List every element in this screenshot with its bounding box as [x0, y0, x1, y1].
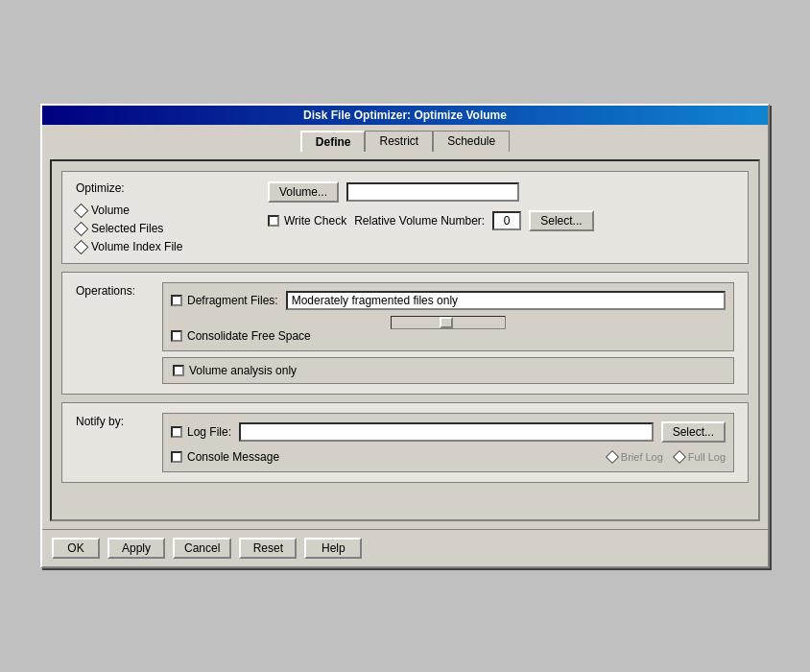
- cancel-button[interactable]: Cancel: [173, 538, 231, 559]
- log-row: Log File: Select...: [171, 421, 726, 443]
- checkbox-defragment: [171, 295, 182, 306]
- notify-section: Notify by: Log File: Select...: [61, 402, 749, 483]
- diamond-radio-volume: [74, 203, 89, 218]
- log-file-checkbox[interactable]: Log File:: [171, 425, 231, 439]
- write-check-row: Write Check Relative Volume Number: Sele…: [268, 210, 734, 231]
- volume-analysis-box[interactable]: Volume analysis only: [162, 357, 734, 384]
- defragment-row: Defragment Files:: [171, 291, 726, 310]
- operations-label: Operations:: [76, 282, 153, 384]
- log-select-button[interactable]: Select...: [661, 421, 726, 443]
- volume-input[interactable]: [346, 182, 519, 202]
- write-check-checkbox[interactable]: Write Check: [268, 214, 346, 228]
- rvn-select-button[interactable]: Select...: [529, 210, 593, 231]
- console-row: Console Message Brief Log F: [171, 450, 726, 464]
- radio-volume[interactable]: Volume: [76, 204, 249, 217]
- empty-area: [61, 491, 749, 510]
- optimize-left: Optimize: Volume Selected Files Volume I…: [76, 181, 249, 253]
- optimize-section: Optimize: Volume Selected Files Volume I…: [61, 171, 749, 264]
- checkbox-console: [171, 451, 182, 463]
- slider-container: [171, 316, 726, 329]
- volume-button[interactable]: Volume...: [268, 181, 339, 203]
- diamond-full-log: [673, 450, 686, 464]
- rvn-label: Relative Volume Number:: [354, 214, 485, 228]
- button-bar: OK Apply Cancel Reset Help: [42, 529, 768, 566]
- log-options: Brief Log Full Log: [608, 451, 726, 463]
- diamond-brief-log: [606, 450, 619, 464]
- tab-schedule[interactable]: Schedule: [433, 131, 510, 152]
- notify-content: Log File: Select... Console Message: [162, 413, 734, 472]
- notify-with-label: Notify by: Log File: Select...: [76, 413, 734, 472]
- operations-content: Defragment Files: Co: [162, 282, 734, 384]
- slider-thumb: [440, 317, 453, 328]
- operations-with-label: Operations: Defragment Files:: [76, 282, 734, 384]
- checkbox-consolidate: [171, 330, 182, 342]
- consolidate-row[interactable]: Consolidate Free Space: [171, 329, 726, 343]
- diamond-radio-index: [74, 239, 89, 254]
- defrag-level-input[interactable]: [286, 291, 726, 310]
- ok-button[interactable]: OK: [52, 538, 100, 559]
- tab-define[interactable]: Define: [300, 131, 366, 152]
- apply-button[interactable]: Apply: [107, 538, 165, 559]
- tab-restrict[interactable]: Restrict: [365, 131, 433, 152]
- defrag-slider[interactable]: [391, 316, 506, 329]
- brief-log-option[interactable]: Brief Log: [608, 451, 663, 463]
- notify-label: Notify by:: [76, 413, 153, 472]
- title-bar: Disk File Optimizer: Optimize Volume: [42, 106, 768, 125]
- notify-inner: Log File: Select... Console Message: [162, 413, 734, 472]
- main-box: Optimize: Volume Selected Files Volume I…: [50, 159, 760, 521]
- tab-bar: Define Restrict Schedule: [42, 125, 768, 152]
- reset-button[interactable]: Reset: [239, 538, 297, 559]
- checkbox-volume-analysis: [173, 365, 184, 376]
- console-checkbox[interactable]: Console Message: [171, 450, 279, 464]
- full-log-option[interactable]: Full Log: [675, 451, 726, 463]
- checkbox-log-file: [171, 426, 182, 438]
- radio-volume-index[interactable]: Volume Index File: [76, 240, 249, 253]
- optimize-right: Volume... Write Check Relative Volume Nu…: [268, 181, 734, 253]
- log-file-input[interactable]: [239, 422, 654, 442]
- operations-section: Operations: Defragment Files:: [61, 272, 749, 395]
- defragment-checkbox[interactable]: Defragment Files:: [171, 294, 278, 307]
- rvn-input[interactable]: [492, 211, 521, 230]
- main-window: Disk File Optimizer: Optimize Volume Def…: [40, 104, 770, 568]
- volume-row: Volume...: [268, 181, 734, 203]
- help-button[interactable]: Help: [304, 538, 362, 559]
- optimize-label: Optimize:: [76, 181, 249, 195]
- content-area: Optimize: Volume Selected Files Volume I…: [42, 152, 768, 529]
- radio-selected-files[interactable]: Selected Files: [76, 222, 249, 235]
- checkbox-write-check: [268, 215, 279, 227]
- diamond-radio-selected: [74, 221, 89, 236]
- operations-inner: Defragment Files: Co: [162, 282, 734, 351]
- window-title: Disk File Optimizer: Optimize Volume: [303, 108, 507, 122]
